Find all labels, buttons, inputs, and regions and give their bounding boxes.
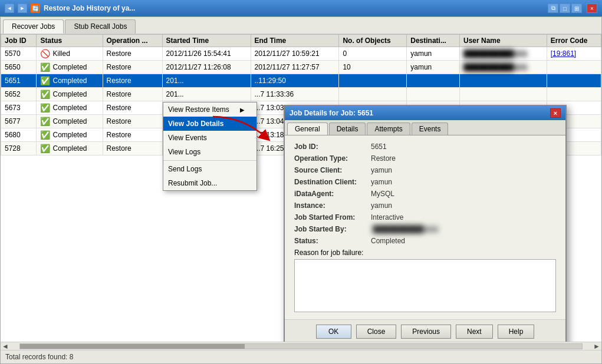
dialog-close-btn[interactable]: ×: [550, 108, 561, 118]
dialog-tab-attempts[interactable]: Attempts: [367, 123, 410, 135]
main-window: Recover Jobs Stub Recall Jobs Job ID Sta…: [0, 16, 602, 364]
table-row[interactable]: 5651 ✅Completed Restore 201... ..11:29:5…: [1, 74, 601, 88]
cell-objects: 0: [339, 47, 407, 61]
completed-icon: ✅: [40, 90, 50, 99]
cell-job-id: 5570: [1, 47, 37, 61]
cell-error: [547, 74, 601, 88]
table-row[interactable]: 5570 🚫Killed Restore 2012/11/26 15:54:41…: [1, 47, 601, 61]
col-operation: Operation ...: [103, 35, 162, 47]
cell-start-time: 2012/11/26 15:54:41: [162, 47, 251, 61]
max-btn[interactable]: □: [560, 4, 570, 13]
cell-objects: [339, 74, 407, 88]
menu-view-logs[interactable]: View Logs: [163, 145, 256, 159]
dialog-tab-details[interactable]: Details: [329, 123, 366, 135]
table-header-row: Job ID Status Operation ... Started Time…: [1, 35, 601, 47]
col-objects: No. of Objects: [339, 35, 407, 47]
job-details-dialog: Job Details for Job: 5651 × General Deta…: [284, 105, 567, 342]
h-scrollbar-thumb[interactable]: [20, 344, 245, 349]
next-button[interactable]: Next: [456, 325, 493, 339]
col-started: Started Time: [162, 35, 251, 47]
cell-dest: yamun: [407, 61, 460, 74]
field-job-started-from: Job Started From: Interactive: [294, 213, 556, 221]
cell-user: ██████████\pna: [459, 61, 547, 74]
cell-user: ██████████\pna: [459, 47, 547, 61]
field-job-id: Job ID: 5651: [294, 143, 556, 151]
cell-error: [547, 61, 601, 74]
scroll-right-btn[interactable]: ►: [592, 342, 601, 350]
error-link[interactable]: [19:861]: [551, 49, 576, 58]
horizontal-scrollbar[interactable]: ◄ ►: [1, 342, 601, 350]
cell-status: ✅Completed: [37, 128, 103, 142]
reason-textbox[interactable]: [294, 259, 556, 312]
status-cell: ✅Completed: [40, 62, 87, 72]
table-row[interactable]: 5650 ✅Completed Restore 2012/11/27 11:26…: [1, 61, 601, 74]
cell-status: ✅Completed: [37, 101, 103, 115]
cell-job-id: 5650: [1, 61, 37, 74]
help-button[interactable]: Help: [498, 325, 535, 339]
tabs-row: Recover Jobs Stub Recall Jobs: [1, 17, 601, 34]
tab-stub-recall[interactable]: Stub Recall Jobs: [65, 19, 136, 34]
nav-forward-btn[interactable]: ►: [18, 4, 27, 13]
cell-status: ✅Completed: [37, 61, 103, 74]
dialog-tab-events[interactable]: Events: [412, 123, 449, 135]
status-cell: ✅Completed: [40, 103, 87, 112]
cell-operation: Restore: [103, 115, 162, 128]
status-cell: ✅Completed: [40, 144, 87, 153]
cell-error: [19:861]: [547, 47, 601, 61]
cell-status: 🚫Killed: [37, 47, 103, 61]
close-button[interactable]: Close: [356, 325, 397, 339]
col-error: Error Code: [547, 35, 601, 47]
menu-send-logs[interactable]: Send Logs: [163, 162, 256, 176]
table-row[interactable]: 5652 ✅Completed Restore 201... ...7 11:3…: [1, 88, 601, 101]
cell-status: ✅Completed: [37, 74, 103, 88]
cell-user: [459, 74, 547, 88]
completed-icon: ✅: [40, 62, 50, 72]
previous-button[interactable]: Previous: [401, 325, 451, 339]
cell-end-time: ..11:29:50: [251, 74, 339, 88]
close-window-btn[interactable]: ×: [587, 4, 597, 13]
app-icon: 🔄: [31, 4, 40, 13]
title-bar: ◄ ► 🔄 Restore Job History of ya... ⧉ □ ⊞…: [0, 0, 602, 16]
field-idataagent: iDataAgent: MySQL: [294, 190, 556, 198]
status-cell: 🚫Killed: [40, 49, 70, 58]
h-scrollbar-track[interactable]: [19, 343, 583, 349]
dialog-buttons: OK Close Previous Next Help: [285, 319, 565, 342]
menu-view-restore[interactable]: View Restore Items ▶: [163, 102, 256, 117]
cell-status: ✅Completed: [37, 88, 103, 101]
cell-operation: Restore: [103, 142, 162, 155]
menu-separator: [163, 160, 256, 161]
cell-start-time: 201...: [162, 74, 251, 88]
ok-button[interactable]: OK: [316, 325, 351, 339]
col-status: Status: [37, 35, 103, 47]
nav-back-btn[interactable]: ◄: [5, 4, 14, 13]
status-text: Total records found: 8: [5, 353, 73, 361]
scroll-left-btn[interactable]: ◄: [1, 342, 10, 350]
cell-job-id: 5680: [1, 128, 37, 142]
cell-end-time: 2012/11/27 11:27:57: [251, 61, 339, 74]
dialog-tab-general[interactable]: General: [287, 123, 328, 135]
status-cell: ✅Completed: [40, 90, 87, 99]
dialog-content: Job ID: 5651 Operation Type: Restore Sou…: [285, 135, 565, 319]
menu-view-events[interactable]: View Events: [163, 131, 256, 145]
cell-objects: 10: [339, 61, 407, 74]
cell-operation: Restore: [103, 47, 162, 61]
cell-job-id: 5651: [1, 74, 37, 88]
dialog-title-text: Job Details for Job: 5651: [290, 109, 373, 117]
cell-start-time: 2012/11/27 11:26:08: [162, 61, 251, 74]
cell-job-id: 5652: [1, 88, 37, 101]
dialog-title-bar: Job Details for Job: 5651 ×: [285, 106, 565, 120]
submenu-arrow-icon: ▶: [240, 107, 245, 113]
menu-resubmit[interactable]: Resubmit Job...: [163, 176, 256, 190]
float-btn[interactable]: ⊞: [571, 4, 582, 13]
menu-view-job[interactable]: View Job Details: [163, 117, 256, 131]
restore-btn[interactable]: ⧉: [548, 4, 558, 13]
field-status: Status: Completed: [294, 237, 556, 245]
user-value: ██████████\pna: [463, 49, 527, 58]
killed-icon: 🚫: [40, 49, 50, 58]
tab-recover-jobs[interactable]: Recover Jobs: [3, 19, 64, 34]
cell-user: [459, 88, 547, 101]
title-bar-left: ◄ ► 🔄 Restore Job History of ya...: [5, 4, 135, 13]
completed-icon: ✅: [40, 130, 50, 140]
cell-job-id: 5673: [1, 101, 37, 115]
dialog-tabs: General Details Attempts Events: [285, 120, 565, 135]
